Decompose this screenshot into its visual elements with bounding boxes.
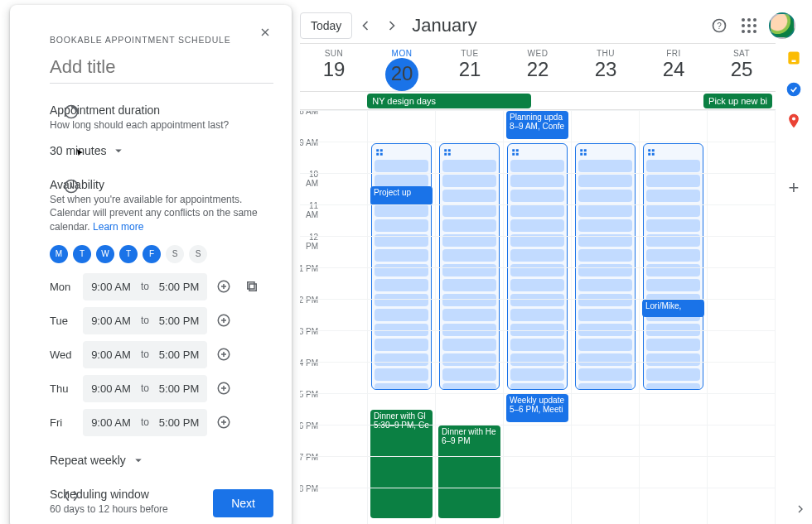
day-column[interactable]: Planning upda8–9 AM, ConfeWeekly update5…: [504, 110, 572, 524]
appointment-slot[interactable]: [442, 383, 496, 390]
appointment-slot[interactable]: [442, 219, 496, 232]
bookable-block[interactable]: [371, 143, 432, 390]
next-week-button[interactable]: [379, 12, 405, 39]
appointment-slot[interactable]: [510, 204, 564, 217]
appointment-slot[interactable]: [646, 279, 700, 291]
calendar-event[interactable]: Dinner with He6–9 PM: [438, 425, 500, 518]
day-column[interactable]: Dinner with He6–9 PM: [436, 110, 504, 524]
appointment-slot[interactable]: [646, 219, 700, 232]
appointment-slot[interactable]: [578, 339, 632, 351]
calendar-event[interactable]: Weekly update5–6 PM, Meeti: [506, 394, 568, 422]
start-time-input[interactable]: [86, 375, 136, 402]
day-chip[interactable]: S: [166, 245, 184, 263]
day-header[interactable]: WED22: [504, 44, 572, 92]
help-icon[interactable]: ?: [704, 11, 734, 41]
appointment-slot[interactable]: [646, 339, 700, 351]
end-time-input[interactable]: [154, 273, 204, 300]
add-period-button[interactable]: [212, 309, 235, 332]
appointment-slot[interactable]: [510, 190, 564, 202]
appointment-slot[interactable]: [646, 190, 700, 202]
day-chip[interactable]: S: [189, 245, 207, 263]
appointment-slot[interactable]: [442, 294, 496, 306]
end-time-input[interactable]: [154, 375, 204, 402]
appointment-slot[interactable]: [510, 249, 564, 262]
appointment-slot[interactable]: [375, 339, 428, 351]
calendar-event[interactable]: Planning upda8–9 AM, Confe: [506, 111, 568, 139]
calendar-event[interactable]: Project up: [370, 186, 433, 205]
appointment-slot[interactable]: [375, 279, 428, 291]
appointment-slot[interactable]: [375, 383, 428, 390]
appointment-slot[interactable]: [578, 264, 632, 276]
day-chip[interactable]: F: [143, 245, 161, 263]
appointment-slot[interactable]: [442, 339, 496, 351]
appointment-slot[interactable]: [375, 204, 428, 217]
appointment-slot[interactable]: [442, 204, 496, 217]
prev-week-button[interactable]: [352, 12, 379, 39]
bookable-block[interactable]: [575, 143, 636, 390]
day-chip[interactable]: W: [96, 245, 114, 263]
day-column[interactable]: Lori/Mike,: [640, 110, 708, 524]
appointment-slot[interactable]: [578, 294, 632, 306]
appointment-slot[interactable]: [442, 190, 496, 202]
appointment-slot[interactable]: [510, 264, 564, 276]
schedule-title-input[interactable]: [50, 51, 273, 84]
appointment-slot[interactable]: [375, 309, 428, 321]
appointment-slot[interactable]: [510, 279, 564, 291]
appointment-slot[interactable]: [375, 160, 428, 172]
apps-icon[interactable]: [734, 11, 764, 41]
day-chip[interactable]: T: [119, 245, 138, 263]
appointment-slot[interactable]: [510, 353, 564, 366]
appointment-slot[interactable]: [442, 368, 496, 381]
appointment-slot[interactable]: [646, 160, 700, 172]
appointment-slot[interactable]: [442, 309, 496, 321]
repeat-dropdown[interactable]: Repeat weekly: [50, 453, 273, 468]
appointment-slot[interactable]: [578, 160, 632, 172]
bookable-block[interactable]: [643, 143, 703, 390]
day-header[interactable]: SAT25: [708, 44, 776, 92]
appointment-slot[interactable]: [646, 249, 700, 262]
day-column[interactable]: Project upDinner with Gl5:30–9 PM, Ce: [368, 110, 436, 524]
appointment-slot[interactable]: [646, 383, 700, 390]
appointment-slot[interactable]: [510, 219, 564, 232]
appointment-slot[interactable]: [510, 309, 564, 321]
appointment-slot[interactable]: [510, 339, 564, 351]
appointment-slot[interactable]: [578, 279, 632, 291]
appointment-slot[interactable]: [646, 264, 700, 276]
appointment-slot[interactable]: [510, 175, 564, 187]
add-addon-icon[interactable]: +: [789, 177, 800, 199]
day-header[interactable]: FRI24: [640, 44, 708, 92]
start-time-input[interactable]: [86, 409, 136, 436]
appointment-slot[interactable]: [510, 294, 564, 306]
bookable-block[interactable]: [507, 143, 568, 390]
add-period-button[interactable]: [212, 377, 235, 400]
add-period-button[interactable]: [212, 343, 235, 366]
appointment-slot[interactable]: [646, 368, 700, 381]
appointment-slot[interactable]: [578, 204, 632, 217]
appointment-slot[interactable]: [578, 309, 632, 321]
appointment-slot[interactable]: [510, 368, 564, 381]
day-chip[interactable]: T: [73, 245, 91, 263]
appointment-slot[interactable]: [646, 175, 700, 187]
appointment-slot[interactable]: [442, 353, 496, 366]
appointment-slot[interactable]: [578, 175, 632, 187]
add-period-button[interactable]: [212, 275, 235, 298]
appointment-slot[interactable]: [375, 353, 428, 366]
day-header[interactable]: MON20: [368, 44, 436, 92]
appointment-slot[interactable]: [510, 383, 564, 390]
day-column[interactable]: [572, 110, 640, 524]
end-time-input[interactable]: [154, 341, 204, 368]
copy-to-all-button[interactable]: [240, 275, 263, 298]
start-time-input[interactable]: [86, 307, 136, 334]
appointment-slot[interactable]: [442, 175, 496, 187]
today-button[interactable]: Today: [300, 12, 352, 39]
appointment-slot[interactable]: [375, 264, 428, 276]
appointment-slot[interactable]: [578, 190, 632, 202]
bookable-block[interactable]: [439, 143, 500, 390]
close-icon[interactable]: [254, 22, 277, 45]
appointment-slot[interactable]: [646, 204, 700, 217]
start-time-input[interactable]: [86, 341, 136, 368]
appointment-slot[interactable]: [375, 219, 428, 232]
calendar-event[interactable]: Dinner with Gl5:30–9 PM, Ce: [370, 410, 433, 518]
day-column[interactable]: [708, 110, 776, 524]
duration-dropdown[interactable]: 30 minutes: [50, 143, 273, 158]
